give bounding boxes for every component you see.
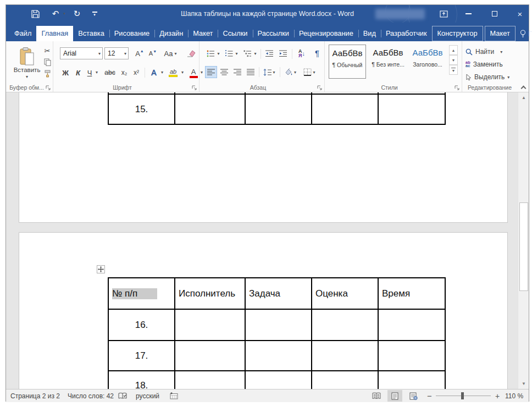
scroll-down-arrow[interactable]: ▼ (519, 379, 529, 388)
text-effects-button[interactable]: А (148, 67, 160, 79)
decrease-indent-button[interactable] (263, 48, 275, 59)
tab-references[interactable]: Ссылки (218, 26, 252, 41)
format-painter-button[interactable] (42, 69, 52, 79)
clipboard-dialog-launcher[interactable] (46, 85, 51, 90)
font-family-combo[interactable]: Arial▾ (60, 47, 103, 59)
tab-draw[interactable]: Рисование (109, 26, 154, 41)
page-indicator[interactable]: Страница 2 из 2 (10, 389, 60, 402)
header-cell-number[interactable]: № п/п (108, 278, 175, 309)
font-color-button[interactable]: А (187, 67, 199, 79)
font-dialog-launcher[interactable] (192, 85, 197, 90)
print-layout-button[interactable] (387, 390, 402, 402)
tab-layout[interactable]: Макет (188, 26, 218, 41)
vertical-scrollbar[interactable]: ▲ ▼ (518, 92, 529, 389)
tab-file[interactable]: Файл (9, 26, 36, 41)
web-layout-button[interactable] (406, 390, 421, 402)
proofing-status[interactable] (118, 389, 127, 402)
underline-dropdown[interactable]: ▾ (94, 70, 99, 75)
italic-button[interactable]: К (73, 67, 83, 79)
macro-recording-button[interactable] (170, 389, 178, 402)
align-center-button[interactable] (218, 66, 230, 78)
justify-button[interactable] (245, 66, 257, 78)
multilevel-list-button[interactable] (242, 48, 253, 59)
tab-home[interactable]: Главная (36, 26, 73, 41)
line-spacing-button[interactable]: ▾ (262, 66, 276, 78)
superscript-button[interactable]: x² (130, 67, 142, 79)
select-button[interactable]: Выделить▾ (465, 72, 514, 82)
header-cell-executor[interactable]: Исполнитель (175, 278, 245, 309)
zoom-slider-thumb[interactable] (461, 392, 464, 399)
tab-review[interactable]: Рецензирование (294, 26, 358, 41)
underline-button[interactable]: Ч (85, 67, 95, 79)
tab-table-design[interactable]: Конструктор (432, 26, 483, 41)
table-move-handle[interactable] (97, 265, 105, 273)
tab-mailings[interactable]: Рассылки (253, 26, 294, 41)
show-marks-button[interactable]: ¶ (312, 47, 323, 59)
increase-indent-button[interactable] (277, 48, 289, 59)
highlight-dropdown[interactable]: ▾ (180, 70, 185, 75)
header-cell-grade[interactable]: Оценка (312, 278, 378, 309)
tell-me-assistant[interactable]: Помощн (516, 26, 532, 41)
word-count[interactable]: Число слов: 42 (68, 389, 114, 402)
cell-num-17[interactable]: 17. (108, 341, 175, 371)
styles-gallery-up[interactable]: ▲ (449, 45, 458, 55)
styles-dialog-launcher[interactable] (455, 85, 460, 90)
bullets-dropdown[interactable]: ▾ (216, 51, 221, 56)
paragraph-dialog-launcher[interactable] (317, 85, 323, 90)
zoom-in-button[interactable]: + (495, 389, 500, 402)
ribbon-display-options-button[interactable] (435, 5, 452, 23)
align-left-button[interactable] (205, 66, 217, 78)
minimize-button[interactable] (460, 5, 476, 23)
collapse-ribbon-button[interactable] (519, 83, 527, 91)
style-normal[interactable]: АаБбВв ¶ Обычный (329, 45, 366, 79)
language-indicator[interactable]: русский (136, 389, 159, 402)
zoom-out-button[interactable]: − (427, 389, 432, 402)
maximize-button[interactable] (486, 5, 503, 23)
replace-button[interactable]: abac Заменить (465, 59, 514, 69)
shrink-font-button[interactable]: А▼ (147, 48, 159, 59)
align-right-button[interactable] (231, 66, 243, 78)
tab-table-layout[interactable]: Макет (485, 26, 516, 41)
text-effects-dropdown[interactable]: ▾ (159, 70, 165, 75)
cut-button[interactable]: ✂ (42, 46, 52, 56)
shading-button[interactable]: ▾ (283, 66, 297, 78)
strikethrough-button[interactable]: abc (103, 67, 117, 79)
header-cell-task[interactable]: Задача (245, 278, 312, 309)
find-button[interactable]: Найти▾ (465, 47, 514, 57)
style-no-spacing[interactable]: АаБбВв ¶ Без инте... (369, 45, 407, 79)
change-case-button[interactable]: Aa▾ (162, 48, 179, 59)
styles-gallery-more[interactable]: ▼ (449, 65, 458, 75)
document-canvas[interactable]: 15. № п/п Исполнитель Задача Оценка Врем… (6, 92, 529, 389)
styles-gallery-down[interactable]: ▼ (449, 55, 458, 65)
zoom-level[interactable]: 110 % (505, 389, 523, 402)
header-cell-time[interactable]: Время (378, 278, 445, 309)
tab-view[interactable]: Вид (358, 26, 381, 41)
bold-button[interactable]: Ж (60, 67, 71, 79)
read-mode-button[interactable] (369, 390, 384, 402)
cell-num-16[interactable]: 16. (108, 309, 175, 341)
style-heading[interactable]: АаБбВв Заголово... (409, 45, 446, 79)
close-button[interactable]: × (512, 5, 528, 23)
tab-design[interactable]: Дизайн (154, 26, 188, 41)
clear-formatting-button[interactable] (185, 48, 197, 59)
sort-button[interactable]: АЯ↓ (295, 48, 308, 59)
scrollbar-thumb[interactable] (519, 202, 528, 291)
cell-num-15[interactable]: 15. (108, 94, 175, 124)
page2-table[interactable]: № п/п Исполнитель Задача Оценка Время 16… (108, 277, 446, 389)
tab-developer[interactable]: Разработчик (381, 26, 432, 41)
paste-button[interactable]: Вставить ▾ (12, 43, 42, 83)
cell-num-18[interactable]: 18. (108, 371, 175, 389)
numbering-button[interactable] (223, 48, 234, 59)
borders-button[interactable]: ▾ (302, 66, 317, 78)
tab-insert[interactable]: Вставка (73, 26, 109, 41)
font-size-combo[interactable]: 12▾ (104, 47, 129, 59)
page1-table-fragment[interactable]: 15. (108, 92, 446, 125)
multilevel-dropdown[interactable]: ▾ (253, 51, 258, 56)
highlight-button[interactable]: ab (167, 67, 180, 79)
numbering-dropdown[interactable]: ▾ (234, 51, 239, 56)
scroll-up-arrow[interactable]: ▲ (519, 93, 529, 102)
bullets-button[interactable] (205, 48, 216, 59)
copy-button[interactable] (42, 57, 52, 67)
grow-font-button[interactable]: А▲ (134, 48, 146, 59)
subscript-button[interactable]: x₂ (118, 67, 130, 79)
